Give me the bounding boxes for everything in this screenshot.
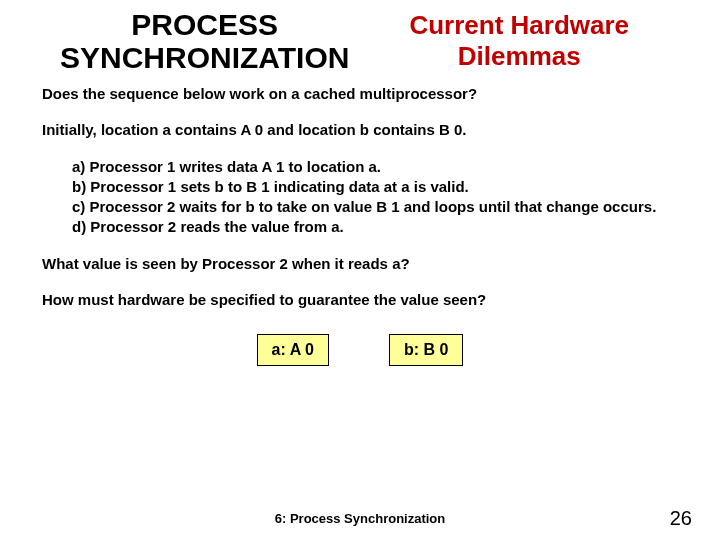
initial-b: b	[360, 121, 369, 138]
page-number: 26	[670, 507, 692, 530]
title-right-line2: Dilemmas	[458, 41, 581, 71]
initial-state: Initially, location a contains A 0 and l…	[42, 120, 678, 140]
initial-suffix: contains B 0.	[369, 121, 467, 138]
title-left-line1: PROCESS	[131, 8, 278, 41]
question-3: How must hardware be specified to guaran…	[42, 290, 678, 310]
initial-prefix: Initially, location	[42, 121, 163, 138]
title-right: Current Hardware Dilemmas	[409, 10, 629, 72]
step-d: d) Processor 2 reads the value from a.	[72, 217, 678, 237]
question-2: What value is seen by Processor 2 when i…	[42, 254, 678, 274]
title-right-line1: Current Hardware	[409, 10, 629, 40]
box-a: a: A 0	[257, 334, 329, 366]
question-1: Does the sequence below work on a cached…	[42, 84, 678, 104]
step-b: b) Processor 1 sets b to B 1 indicating …	[72, 177, 678, 197]
box-b: b: B 0	[389, 334, 463, 366]
initial-mid: contains A 0 and location	[171, 121, 360, 138]
step-c: c) Processor 2 waits for b to take on va…	[72, 197, 678, 217]
steps-list: a) Processor 1 writes data A 1 to locati…	[72, 157, 678, 238]
step-a: a) Processor 1 writes data A 1 to locati…	[72, 157, 678, 177]
slide-header: PROCESS SYNCHRONIZATION Current Hardware…	[0, 0, 720, 74]
title-left: PROCESS SYNCHRONIZATION	[60, 8, 349, 74]
title-left-line2: SYNCHRONIZATION	[60, 41, 349, 74]
footer-text: 6: Process Synchronization	[0, 511, 720, 526]
initial-a: a	[163, 121, 171, 138]
state-boxes: a: A 0 b: B 0	[42, 334, 678, 366]
slide-content: Does the sequence below work on a cached…	[0, 74, 720, 366]
